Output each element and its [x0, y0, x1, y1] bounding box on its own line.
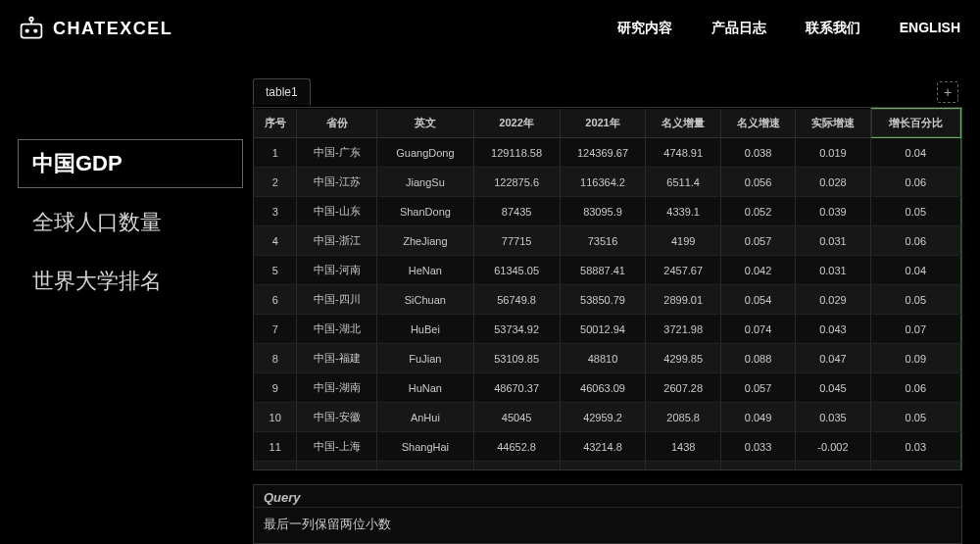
cell[interactable]: 中国-上海 [297, 432, 377, 462]
table-row[interactable]: 8中国-福建FuJian53109.85488104299.850.0880.0… [254, 344, 961, 373]
cell[interactable]: 0.088 [720, 344, 795, 373]
cell[interactable]: 0.054 [720, 285, 795, 315]
cell[interactable]: 0.057 [720, 226, 795, 256]
cell[interactable]: 0.05 [870, 462, 960, 471]
cell[interactable]: FuJian [377, 344, 473, 373]
table-row[interactable]: 3中国-山东ShanDong8743583095.94339.10.0520.0… [254, 197, 961, 226]
cell[interactable]: 3721.98 [646, 315, 720, 344]
cell[interactable]: 8 [254, 344, 297, 373]
cell[interactable]: 7 [254, 315, 297, 344]
column-header[interactable]: 名义增量 [646, 109, 720, 138]
cell[interactable]: 42370.4 [473, 462, 560, 471]
column-header[interactable]: 2022年 [473, 109, 560, 138]
cell[interactable]: AnHui [377, 403, 473, 432]
sidebar-item[interactable]: 世界大学排名 [18, 257, 243, 306]
column-header[interactable]: 实际增速 [796, 109, 870, 138]
cell[interactable]: 53734.92 [473, 315, 560, 344]
nav-item[interactable]: 研究内容 [617, 20, 672, 37]
cell[interactable]: 0.03 [870, 432, 960, 462]
cell[interactable]: 6 [254, 285, 297, 315]
cell[interactable]: 48810 [560, 344, 646, 373]
cell[interactable]: 中国-湖南 [297, 373, 377, 403]
cell[interactable]: 0.04 [870, 256, 960, 285]
cell[interactable]: 0.056 [720, 168, 795, 197]
table-row[interactable]: 4中国-浙江ZheJiang777157351641990.0570.0310.… [254, 226, 961, 256]
cell[interactable]: 3 [254, 197, 297, 226]
column-header[interactable]: 名义增速 [720, 109, 795, 138]
cell[interactable]: 中国-山东 [297, 197, 377, 226]
cell[interactable]: 0.028 [796, 168, 870, 197]
query-input[interactable]: 最后一列保留两位小数 [254, 508, 961, 543]
cell[interactable]: 61345.05 [473, 256, 560, 285]
cell[interactable]: 77715 [473, 226, 560, 256]
cell[interactable]: 44652.8 [473, 432, 560, 462]
cell[interactable]: 0.047 [796, 344, 870, 373]
cell[interactable]: 中国-安徽 [297, 403, 377, 432]
cell[interactable]: 129118.58 [473, 138, 560, 168]
add-tab-button[interactable]: + [937, 81, 958, 103]
cell[interactable]: 73516 [560, 226, 646, 256]
cell[interactable]: 0.039 [796, 197, 870, 226]
table-row[interactable]: 1中国-广东GuangDong129118.58124369.674748.91… [254, 138, 961, 168]
column-header[interactable]: 英文 [377, 109, 473, 138]
cell[interactable]: 1979.1 [646, 462, 720, 471]
cell[interactable]: 124369.67 [560, 138, 646, 168]
column-header[interactable]: 省份 [297, 109, 377, 138]
cell[interactable]: 0.05 [870, 197, 960, 226]
sidebar-item[interactable]: 中国GDP [18, 139, 243, 188]
table-row[interactable]: 9中国-湖南HuNan48670.3746063.092607.280.0570… [254, 373, 961, 403]
tab[interactable]: table1 [253, 78, 311, 105]
cell[interactable]: 58887.41 [560, 256, 646, 285]
cell[interactable]: 0.09 [870, 344, 960, 373]
table-row[interactable]: 12中国-河北HeBei42370.440391.31979.10.0490.0… [254, 462, 961, 471]
cell[interactable]: ZheJiang [377, 226, 473, 256]
cell[interactable]: 中国-河北 [297, 462, 377, 471]
cell[interactable]: HeBei [377, 462, 473, 471]
cell[interactable]: 0.038 [720, 138, 795, 168]
column-header[interactable]: 2021年 [560, 109, 646, 138]
cell[interactable]: -0.002 [796, 432, 870, 462]
cell[interactable]: 83095.9 [560, 197, 646, 226]
cell[interactable]: 48670.37 [473, 373, 560, 403]
cell[interactable]: 50012.94 [560, 315, 646, 344]
cell[interactable]: 0.05 [870, 285, 960, 315]
nav-item[interactable]: 产品日志 [711, 20, 766, 37]
cell[interactable]: 0.057 [720, 373, 795, 403]
cell[interactable]: 0.038 [796, 462, 870, 471]
cell[interactable]: 0.029 [796, 285, 870, 315]
cell[interactable]: 116364.2 [560, 168, 646, 197]
cell[interactable]: 11 [254, 432, 297, 462]
cell[interactable]: 0.06 [870, 168, 960, 197]
cell[interactable]: HuBei [377, 315, 473, 344]
cell[interactable]: 2085.8 [646, 403, 720, 432]
cell[interactable]: 2607.28 [646, 373, 720, 403]
cell[interactable]: 53850.79 [560, 285, 646, 315]
cell[interactable]: 1438 [646, 432, 720, 462]
cell[interactable]: 0.049 [720, 403, 795, 432]
table-row[interactable]: 11中国-上海ShangHai44652.843214.814380.033-0… [254, 432, 961, 462]
cell[interactable]: JiangSu [377, 168, 473, 197]
cell[interactable]: 0.06 [870, 373, 960, 403]
cell[interactable]: 1 [254, 138, 297, 168]
cell[interactable]: 0.07 [870, 315, 960, 344]
cell[interactable]: 0.05 [870, 403, 960, 432]
cell[interactable]: 0.031 [796, 256, 870, 285]
nav-item[interactable]: ENGLISH [900, 20, 960, 37]
cell[interactable]: HuNan [377, 373, 473, 403]
cell[interactable]: HeNan [377, 256, 473, 285]
cell[interactable]: 2457.67 [646, 256, 720, 285]
cell[interactable]: 0.04 [870, 138, 960, 168]
cell[interactable]: 5 [254, 256, 297, 285]
cell[interactable]: 中国-江苏 [297, 168, 377, 197]
column-header[interactable]: 增长百分比 [870, 109, 960, 138]
sidebar-item[interactable]: 全球人口数量 [18, 198, 243, 247]
cell[interactable]: ShanDong [377, 197, 473, 226]
cell[interactable]: 中国-浙江 [297, 226, 377, 256]
cell[interactable]: 0.019 [796, 138, 870, 168]
cell[interactable]: 0.045 [796, 373, 870, 403]
column-header[interactable]: 序号 [254, 109, 297, 138]
cell[interactable]: 46063.09 [560, 373, 646, 403]
table-row[interactable]: 6中国-四川SiChuan56749.853850.792899.010.054… [254, 285, 961, 315]
cell[interactable]: 0.049 [720, 462, 795, 471]
cell[interactable]: 4339.1 [646, 197, 720, 226]
